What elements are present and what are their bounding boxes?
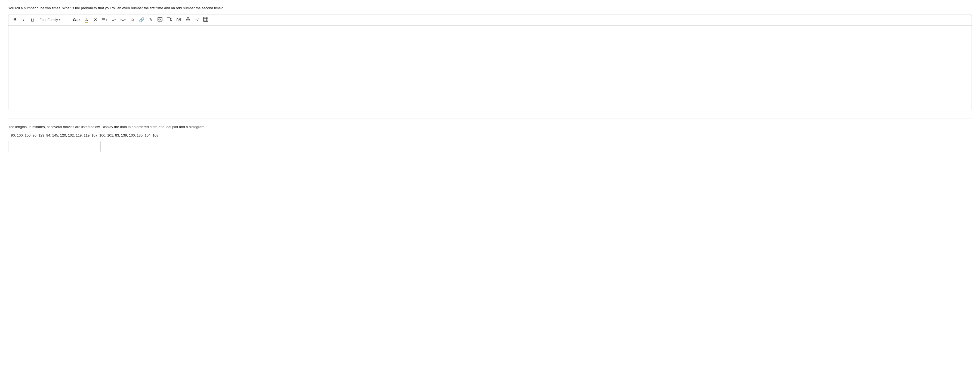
pencil-icon: ✎ xyxy=(149,17,153,22)
table-button[interactable] xyxy=(202,16,210,24)
image-button[interactable] xyxy=(156,16,164,24)
highlight-color-bar xyxy=(85,22,88,22)
section-divider xyxy=(8,118,972,119)
editor-6: B i U Font Family ▾ A a ▾ A ✕ xyxy=(8,14,972,110)
editor-7 xyxy=(8,141,101,152)
ordered-list-control: ≡ ▾ xyxy=(112,18,116,22)
question-7-data: 90, 100, 100, 96, 129, 94, 145, 120, 102… xyxy=(11,133,972,138)
align-icon: ☰ xyxy=(102,17,105,22)
highlight-button[interactable]: A xyxy=(83,16,90,24)
ordered-list-button[interactable]: ≡ ▾ xyxy=(110,16,118,24)
unordered-list-arrow-icon: ▾ xyxy=(124,19,126,21)
formula-icon: ±√ xyxy=(195,18,198,22)
underline-button[interactable]: U xyxy=(29,16,36,24)
formula-button[interactable]: ±√ xyxy=(193,16,200,24)
question-6-text: You roll a number cube two times. What i… xyxy=(8,5,972,11)
video-button[interactable] xyxy=(165,16,174,24)
mic-button[interactable] xyxy=(184,16,192,24)
font-family-label: Font Family xyxy=(40,18,58,22)
svg-point-3 xyxy=(178,19,179,20)
question-7-text: The lengths, in minutes, of several movi… xyxy=(8,124,972,130)
font-family-arrow-icon: ▾ xyxy=(59,18,60,21)
pencil-button[interactable]: ✎ xyxy=(147,16,155,24)
table-icon xyxy=(203,17,208,23)
font-size-small-a: a xyxy=(76,18,78,22)
link-button[interactable]: 🔗 xyxy=(137,16,146,24)
bold-button[interactable]: B xyxy=(11,16,19,24)
font-size-button[interactable]: A a ▾ xyxy=(71,16,82,24)
align-button[interactable]: ☰ ▾ xyxy=(100,16,109,24)
svg-rect-4 xyxy=(187,17,189,20)
svg-rect-0 xyxy=(158,18,162,21)
mic-icon xyxy=(186,17,190,23)
svg-point-1 xyxy=(159,18,159,19)
font-family-dropdown[interactable]: Font Family ▾ xyxy=(37,17,70,22)
align-arrow-icon: ▾ xyxy=(106,19,107,21)
font-size-control: A a ▾ xyxy=(73,17,80,22)
emoji-button[interactable]: ☺ xyxy=(129,16,136,24)
question-6: You roll a number cube two times. What i… xyxy=(8,5,972,110)
camera-button[interactable] xyxy=(175,16,183,24)
font-size-arrow-icon: ▾ xyxy=(79,19,80,21)
svg-rect-2 xyxy=(167,18,170,21)
camera-icon xyxy=(177,17,181,22)
highlight-icon: A xyxy=(85,18,88,22)
emoji-icon: ☺ xyxy=(130,18,134,22)
ordered-list-arrow-icon: ▾ xyxy=(115,19,116,21)
eraser-button[interactable]: ✕ xyxy=(91,16,99,24)
unordered-list-control: •≡ ▾ xyxy=(120,18,126,22)
unordered-list-button[interactable]: •≡ ▾ xyxy=(119,16,127,24)
svg-rect-6 xyxy=(204,17,208,22)
video-icon xyxy=(167,18,172,22)
editor-7-body[interactable] xyxy=(8,141,100,152)
link-icon: 🔗 xyxy=(139,17,145,22)
font-size-big-a: A xyxy=(73,17,76,22)
italic-button[interactable]: i xyxy=(20,16,27,24)
toolbar-6: B i U Font Family ▾ A a ▾ A ✕ xyxy=(8,14,972,26)
question-7: The lengths, in minutes, of several movi… xyxy=(8,124,972,153)
ordered-list-icon: ≡ xyxy=(112,18,114,22)
unordered-list-icon: •≡ xyxy=(120,18,124,22)
image-icon xyxy=(158,17,162,22)
editor-6-body[interactable] xyxy=(8,26,972,110)
eraser-icon: ✕ xyxy=(94,17,97,22)
align-control: ☰ ▾ xyxy=(102,17,107,22)
